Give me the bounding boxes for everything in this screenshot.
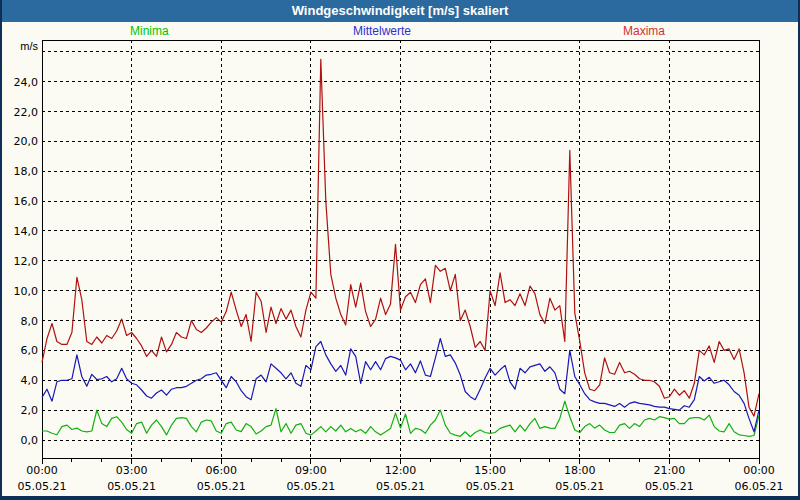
svg-text:2,0: 2,0	[21, 404, 39, 417]
svg-text:10,0: 10,0	[14, 285, 39, 298]
svg-text:05.05.21: 05.05.21	[466, 480, 515, 493]
svg-text:12:00: 12:00	[385, 464, 417, 477]
svg-text:03:00: 03:00	[116, 464, 148, 477]
svg-text:00:00: 00:00	[743, 464, 775, 477]
svg-text:8,0: 8,0	[21, 315, 39, 328]
svg-text:12,0: 12,0	[14, 255, 39, 268]
svg-text:24,0: 24,0	[14, 76, 39, 89]
svg-text:06.05.21: 06.05.21	[735, 480, 784, 493]
wind-chart-svg: 0,02,04,06,08,010,012,014,016,018,020,02…	[2, 0, 800, 500]
svg-text:20,0: 20,0	[14, 135, 39, 148]
svg-text:0,0: 0,0	[21, 434, 39, 447]
svg-text:18,0: 18,0	[14, 165, 39, 178]
svg-text:6,0: 6,0	[21, 344, 39, 357]
svg-text:05.05.21: 05.05.21	[107, 480, 156, 493]
svg-text:15:00: 15:00	[474, 464, 506, 477]
legend-minima-label: Minima	[130, 24, 169, 38]
svg-text:22,0: 22,0	[14, 106, 39, 119]
y-axis-unit-label: m/s	[12, 40, 38, 52]
svg-text:16,0: 16,0	[14, 195, 39, 208]
svg-text:00:00: 00:00	[26, 464, 58, 477]
svg-text:4,0: 4,0	[21, 374, 39, 387]
wind-chart-window: Windgeschwindigkeit [m/s] skaliert 0,02,…	[0, 0, 800, 500]
svg-text:05.05.21: 05.05.21	[18, 480, 67, 493]
svg-text:18:00: 18:00	[564, 464, 596, 477]
svg-text:06:00: 06:00	[205, 464, 237, 477]
svg-text:09:00: 09:00	[295, 464, 327, 477]
svg-text:05.05.21: 05.05.21	[376, 480, 425, 493]
svg-text:14,0: 14,0	[14, 225, 39, 238]
legend-mittelwerte-label: Mittelwerte	[353, 24, 411, 38]
svg-text:21:00: 21:00	[654, 464, 686, 477]
svg-text:05.05.21: 05.05.21	[555, 480, 604, 493]
svg-text:05.05.21: 05.05.21	[286, 480, 335, 493]
svg-text:05.05.21: 05.05.21	[645, 480, 694, 493]
svg-text:05.05.21: 05.05.21	[197, 480, 246, 493]
legend-maxima-label: Maxima	[623, 24, 665, 38]
